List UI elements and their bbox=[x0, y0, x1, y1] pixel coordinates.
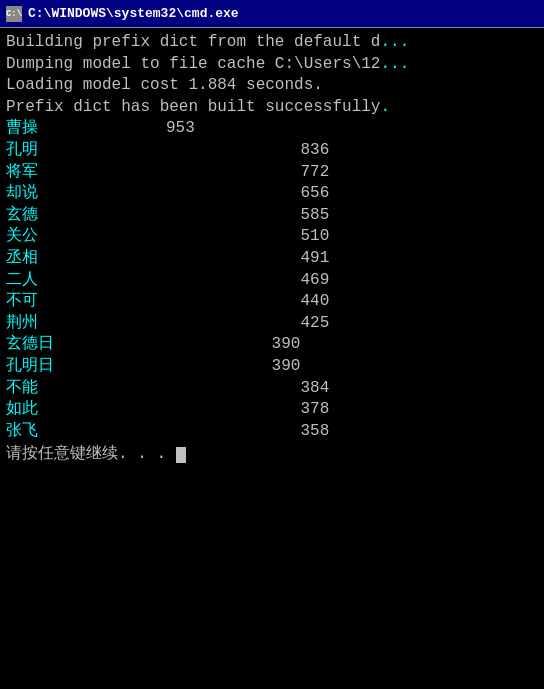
data-row: 孔明日 390 bbox=[6, 356, 538, 378]
label-buneng: 不能 bbox=[6, 378, 166, 400]
label-erren: 二人 bbox=[6, 270, 166, 292]
value-jiangjun: 772 bbox=[166, 162, 329, 184]
value-xuanderi: 390 bbox=[166, 334, 300, 356]
label-ruci: 如此 bbox=[6, 399, 166, 421]
label-jingzhou: 荆州 bbox=[6, 313, 166, 335]
system-line-2: Dumping model to file cache C:\Users\12.… bbox=[6, 54, 538, 76]
terminal: Building prefix dict from the default d.… bbox=[0, 28, 544, 689]
data-row: 二人 469 bbox=[6, 270, 538, 292]
label-queshuo: 却说 bbox=[6, 183, 166, 205]
value-xuande: 585 bbox=[166, 205, 329, 227]
title-bar-icon: C:\ bbox=[6, 6, 22, 22]
value-jingzhou: 425 bbox=[166, 313, 329, 335]
title-bar-text: C:\WINDOWS\system32\cmd.exe bbox=[28, 6, 239, 21]
value-zhangfei: 358 bbox=[166, 421, 329, 443]
data-row: 曹操953 bbox=[6, 118, 538, 140]
value-kongmingri: 390 bbox=[166, 356, 300, 378]
data-row: 孔明 836 bbox=[6, 140, 538, 162]
data-row: 荆州 425 bbox=[6, 313, 538, 335]
data-row: 玄德 585 bbox=[6, 205, 538, 227]
data-row: 不可 440 bbox=[6, 291, 538, 313]
label-chengxiang: 丞相 bbox=[6, 248, 166, 270]
label-jiangjun: 将军 bbox=[6, 162, 166, 184]
value-guangong: 510 bbox=[166, 226, 329, 248]
data-row: 丞相 491 bbox=[6, 248, 538, 270]
label-guangong: 关公 bbox=[6, 226, 166, 248]
data-row: 关公 510 bbox=[6, 226, 538, 248]
value-caocao: 953 bbox=[166, 118, 195, 140]
system-line-4: Prefix dict has been built successfully. bbox=[6, 97, 538, 119]
data-row: 玄德日 390 bbox=[6, 334, 538, 356]
label-buke: 不可 bbox=[6, 291, 166, 313]
cursor bbox=[176, 447, 186, 463]
value-erren: 469 bbox=[166, 270, 329, 292]
label-zhangfei: 张飞 bbox=[6, 421, 166, 443]
data-row: 却说 656 bbox=[6, 183, 538, 205]
system-line-3: Loading model cost 1.884 seconds. bbox=[6, 75, 538, 97]
data-row: 将军 772 bbox=[6, 162, 538, 184]
value-buneng: 384 bbox=[166, 378, 329, 400]
system-line-1: Building prefix dict from the default d.… bbox=[6, 32, 538, 54]
data-row: 张飞 358 bbox=[6, 421, 538, 443]
value-chengxiang: 491 bbox=[166, 248, 329, 270]
label-kongming: 孔明 bbox=[6, 140, 166, 162]
label-caocao: 曹操 bbox=[6, 118, 166, 140]
prompt-text: 请按任意键继续. . . bbox=[6, 445, 176, 463]
data-row: 如此 378 bbox=[6, 399, 538, 421]
value-ruci: 378 bbox=[166, 399, 329, 421]
data-row: 不能 384 bbox=[6, 378, 538, 400]
value-kongming: 836 bbox=[166, 140, 329, 162]
prompt-line: 请按任意键继续. . . bbox=[6, 444, 538, 466]
value-buke: 440 bbox=[166, 291, 329, 313]
label-xuanderi: 玄德日 bbox=[6, 334, 166, 356]
label-kongmingri: 孔明日 bbox=[6, 356, 166, 378]
label-xuande: 玄德 bbox=[6, 205, 166, 227]
title-bar: C:\ C:\WINDOWS\system32\cmd.exe bbox=[0, 0, 544, 28]
value-queshuo: 656 bbox=[166, 183, 329, 205]
